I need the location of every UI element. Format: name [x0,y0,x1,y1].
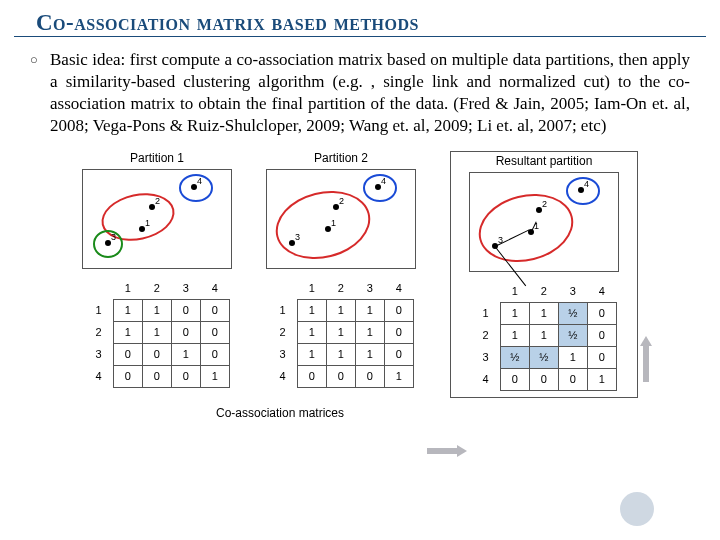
matrix-cell: 0 [171,365,200,387]
decor-circle-icon [620,492,654,526]
matrix-cell: 1 [529,302,558,324]
row-head: 1 [84,299,113,321]
row-head: 2 [84,321,113,343]
row-head: 2 [268,321,297,343]
matrix-cell: 0 [113,365,142,387]
matrix-cell: 0 [171,299,200,321]
scatter-2: 1 2 3 4 [266,169,416,269]
matrix-cell: 1 [326,299,355,321]
row-head: 4 [268,365,297,387]
col-head: 2 [326,277,355,299]
figure-area: Partition 1 1 2 3 4 1 2 3 4 1 1 1 0 [0,151,720,398]
row-head: 1 [471,302,500,324]
page-title: Co-association matrix based methods [14,0,706,37]
row-head: 3 [268,343,297,365]
matrix-2: 1 2 3 4 1 1 1 1 0 2 1 1 1 0 3 1 1 1 0 [268,277,414,388]
point-label: 1 [145,218,150,228]
point-label: 1 [534,221,539,231]
matrix-cell: 0 [142,365,171,387]
matrix-cell: 0 [384,299,413,321]
matrix-cell: 0 [297,365,326,387]
matrix-cell: 0 [587,324,616,346]
matrix-cell: 0 [500,368,529,390]
bullet-item: ○ Basic idea: first compute a co-associa… [0,49,720,137]
figure-caption: Co-association matrices [0,406,720,420]
point-label: 2 [155,196,160,206]
matrix-cell: 0 [326,365,355,387]
matrix-cell: 1 [326,343,355,365]
row-head: 4 [84,365,113,387]
matrix-cell: 1 [297,299,326,321]
col-head: 1 [297,277,326,299]
bullet-marker-icon: ○ [30,49,50,137]
matrix-cell: 0 [113,343,142,365]
point-label: 4 [381,176,386,186]
matrix-cell: 1 [142,299,171,321]
matrix-cell: 1 [355,299,384,321]
point-label: 2 [339,196,344,206]
matrix-cell: 1 [558,346,587,368]
matrix-cell: 1 [113,321,142,343]
col-head: 2 [142,277,171,299]
matrix-cell: 0 [200,321,229,343]
matrix-cell: 0 [142,343,171,365]
matrix-cell: 0 [587,346,616,368]
matrix-cell: 0 [529,368,558,390]
matrix-cell: 0 [587,302,616,324]
point-label: 3 [498,235,503,245]
matrix-cell: 0 [200,343,229,365]
cluster-circle-red [268,181,377,268]
row-head: 4 [471,368,500,390]
matrix-cell: 1 [297,321,326,343]
matrix-cell: 0 [355,365,384,387]
point-label: 4 [197,176,202,186]
panel-2-title: Partition 2 [314,151,368,165]
matrix-cell: ½ [529,346,558,368]
matrix-cell: 1 [297,343,326,365]
matrix-cell: 1 [355,321,384,343]
matrix-cell: 1 [142,321,171,343]
col-head: 4 [200,277,229,299]
matrix-cell: 1 [500,324,529,346]
col-head: 1 [113,277,142,299]
matrix-cell: ½ [558,302,587,324]
panel-resultant: Resultant partition 1 2 3 4 1 2 3 4 1 [450,151,638,398]
panel-partition-1: Partition 1 1 2 3 4 1 2 3 4 1 1 1 0 [82,151,232,398]
col-head: 3 [558,280,587,302]
scatter-r: 1 2 3 4 [469,172,619,272]
point-label: 3 [295,232,300,242]
matrix-cell: 1 [384,365,413,387]
point-label: 3 [111,232,116,242]
point-label: 4 [584,179,589,189]
matrix-1: 1 2 3 4 1 1 1 0 0 2 1 1 0 0 3 0 0 1 0 [84,277,230,388]
matrix-cell: 0 [171,321,200,343]
matrix-cell: 1 [326,321,355,343]
panel-partition-2: Partition 2 1 2 3 4 1 2 3 4 1 1 1 1 [266,151,416,398]
point-label: 1 [331,218,336,228]
arrow-right-icon [427,445,467,457]
row-head: 2 [471,324,500,346]
matrix-cell: 0 [384,321,413,343]
cluster-circle-red [471,184,580,271]
col-head: 4 [384,277,413,299]
arrow-up-icon [640,336,652,382]
matrix-cell: 0 [558,368,587,390]
matrix-cell: 1 [587,368,616,390]
point-label: 2 [542,199,547,209]
bullet-text: Basic idea: first compute a co-associati… [50,49,690,137]
col-head: 2 [529,280,558,302]
matrix-cell: 1 [529,324,558,346]
matrix-r: 1 2 3 4 1 1 1 ½ 0 2 1 1 ½ 0 3 ½ ½ 1 0 [471,280,617,391]
scatter-1: 1 2 3 4 [82,169,232,269]
panel-1-title: Partition 1 [130,151,184,165]
row-head: 3 [84,343,113,365]
matrix-cell: 1 [355,343,384,365]
matrix-cell: ½ [558,324,587,346]
matrix-cell: ½ [500,346,529,368]
row-head: 3 [471,346,500,368]
matrix-cell: 0 [200,299,229,321]
matrix-cell: 1 [113,299,142,321]
matrix-cell: 1 [500,302,529,324]
matrix-cell: 0 [384,343,413,365]
matrix-cell: 1 [171,343,200,365]
